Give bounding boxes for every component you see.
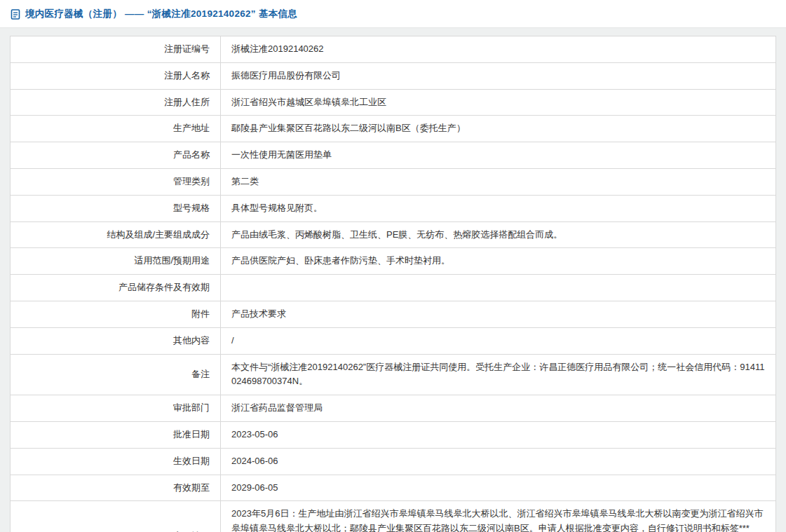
row-label: 生效日期 xyxy=(11,448,221,475)
table-row: 管理类别第二类 xyxy=(11,168,776,195)
row-value: 浙江省绍兴市越城区皋埠镇皋北工业区 xyxy=(221,89,776,116)
table-row: 注册证编号浙械注准20192140262 xyxy=(11,36,776,63)
row-label: 产品名称 xyxy=(11,142,221,169)
table-row: 产品名称一次性使用无菌医用垫单 xyxy=(11,142,776,169)
row-value: 产品技术要求 xyxy=(221,301,776,327)
row-label: 注册人住所 xyxy=(11,89,221,116)
row-label: 有效期至 xyxy=(11,475,221,501)
table-row: 注册人名称振德医疗用品股份有限公司 xyxy=(11,62,776,89)
row-label: 审批部门 xyxy=(11,395,221,422)
page-header: 境内医疗器械（注册） —— “浙械注准20192140262” 基本信息 xyxy=(0,0,786,28)
table-row: 变更情况2023年5月6日：生产地址由浙江省绍兴市皋埠镇皋马线皋北大桥以北、浙江… xyxy=(11,501,776,532)
row-value: 2024-06-06 xyxy=(221,448,776,475)
table-row: 注册人住所浙江省绍兴市越城区皋埠镇皋北工业区 xyxy=(11,89,776,116)
table-row: 适用范围/预期用途产品供医院产妇、卧床患者作防污垫、手术时垫衬用。 xyxy=(11,248,776,275)
document-icon xyxy=(11,9,20,20)
table-row: 附件产品技术要求 xyxy=(11,301,776,327)
table-row: 有效期至2029-06-05 xyxy=(11,475,776,501)
row-label: 批准日期 xyxy=(11,421,221,448)
table-row: 结构及组成/主要组成成分产品由绒毛浆、丙烯酸树脂、卫生纸、PE膜、无纺布、热熔胶… xyxy=(11,221,776,248)
row-label: 注册人名称 xyxy=(11,62,221,89)
info-table-container: 注册证编号浙械注准20192140262注册人名称振德医疗用品股份有限公司注册人… xyxy=(0,28,786,532)
table-row: 产品储存条件及有效期 xyxy=(11,275,776,301)
table-row: 其他内容/ xyxy=(11,327,776,354)
row-value: 一次性使用无菌医用垫单 xyxy=(221,142,776,169)
row-value: 浙江省药品监督管理局 xyxy=(221,395,776,422)
row-label: 备注 xyxy=(11,354,221,395)
row-value: / xyxy=(221,327,776,354)
row-value: 振德医疗用品股份有限公司 xyxy=(221,62,776,89)
row-label: 型号规格 xyxy=(11,195,221,221)
row-label: 注册证编号 xyxy=(11,36,221,63)
row-value: 第二类 xyxy=(221,168,776,195)
table-row: 审批部门浙江省药品监督管理局 xyxy=(11,395,776,422)
row-label: 变更情况 xyxy=(11,501,221,532)
row-label: 其他内容 xyxy=(11,327,221,354)
row-value: 2023年5月6日：生产地址由浙江省绍兴市皋埠镇皋马线皋北大桥以北、浙江省绍兴市… xyxy=(221,501,776,532)
table-row: 生产地址鄢陵县产业集聚区百花路以东二级河以南B区（委托生产） xyxy=(11,116,776,142)
page: 境内医疗器械（注册） —— “浙械注准20192140262” 基本信息 注册证… xyxy=(0,0,786,532)
row-value: 产品供医院产妇、卧床患者作防污垫、手术时垫衬用。 xyxy=(221,248,776,275)
row-label: 结构及组成/主要组成成分 xyxy=(11,221,221,248)
row-value: 鄢陵县产业集聚区百花路以东二级河以南B区（委托生产） xyxy=(221,116,776,142)
row-value: 2023-05-06 xyxy=(221,421,776,448)
row-label: 生产地址 xyxy=(11,116,221,142)
table-row: 型号规格具体型号规格见附页。 xyxy=(11,195,776,221)
row-value xyxy=(221,275,776,301)
row-label: 附件 xyxy=(11,301,221,327)
table-row: 生效日期2024-06-06 xyxy=(11,448,776,475)
row-value: 产品由绒毛浆、丙烯酸树脂、卫生纸、PE膜、无纺布、热熔胶选择搭配组合而成。 xyxy=(221,221,776,248)
row-value: 2029-06-05 xyxy=(221,475,776,501)
row-label: 产品储存条件及有效期 xyxy=(11,275,221,301)
table-row: 批准日期2023-05-06 xyxy=(11,421,776,448)
info-table: 注册证编号浙械注准20192140262注册人名称振德医疗用品股份有限公司注册人… xyxy=(10,36,776,532)
row-value: 浙械注准20192140262 xyxy=(221,36,776,63)
row-label: 适用范围/预期用途 xyxy=(11,248,221,275)
table-row: 备注本文件与“浙械注准20192140262”医疗器械注册证共同使用。受托生产企… xyxy=(11,354,776,395)
row-label: 管理类别 xyxy=(11,168,221,195)
row-value: 本文件与“浙械注准20192140262”医疗器械注册证共同使用。受托生产企业：… xyxy=(221,354,776,395)
page-title: 境内医疗器械（注册） —— “浙械注准20192140262” 基本信息 xyxy=(25,8,297,20)
row-value: 具体型号规格见附页。 xyxy=(221,195,776,221)
info-table-body: 注册证编号浙械注准20192140262注册人名称振德医疗用品股份有限公司注册人… xyxy=(11,36,776,532)
